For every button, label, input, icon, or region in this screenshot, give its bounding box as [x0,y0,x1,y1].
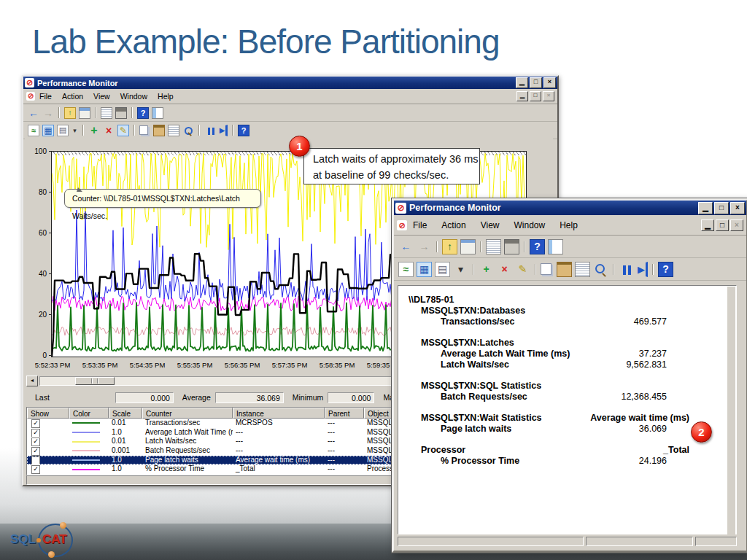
back-icon[interactable]: ← [398,239,414,254]
report-counter-row: % Processor Time24.196 [409,456,736,467]
paste-icon[interactable] [557,262,572,277]
menu-help[interactable]: Help [158,92,174,101]
show-checkbox[interactable]: ✓ [27,456,69,465]
console-icon[interactable] [460,239,476,254]
add-icon[interactable]: + [88,125,100,136]
caret-icon[interactable]: ▾ [71,125,78,136]
zoom-icon[interactable] [593,262,608,277]
forward-icon[interactable]: → [42,107,54,119]
minimize-button[interactable]: ▁ [516,77,528,88]
edit-icon[interactable]: ✎ [117,125,129,136]
chart-view-icon[interactable]: ≈ [28,125,39,136]
report-instance-header: Average wait time (ms) [590,413,689,423]
help-icon[interactable]: ? [238,125,249,136]
mdi-minimize-button[interactable]: ▁ [516,91,528,101]
forward-icon[interactable]: → [417,239,432,254]
maximize-button[interactable]: □ [714,202,729,214]
col-color[interactable]: Color [69,408,109,419]
mdi-restore-button[interactable]: □ [716,219,729,231]
report-counter-row: Page latch waits36.069 [409,424,736,435]
col-scale[interactable]: Scale [109,408,142,419]
instance-cell: MCRSPOS [233,419,325,428]
window1-title: Performance Monitor [37,79,118,88]
properties-icon[interactable] [486,239,501,254]
mdi-close-button[interactable]: × [730,219,743,231]
color-swatch [69,456,109,465]
copy-icon[interactable] [541,263,551,275]
toolbar-separator [613,264,614,275]
add-icon[interactable]: + [479,262,494,277]
show-checkbox[interactable]: ✓ [27,464,69,474]
back-icon[interactable]: ← [28,107,39,119]
delete-icon[interactable]: × [497,262,512,277]
menu-file[interactable]: File [413,220,427,230]
cube-view-icon[interactable]: ▦ [417,262,432,277]
console-icon[interactable] [79,107,90,119]
step-icon[interactable]: ▶ [637,262,648,277]
slide: Lab Example: Before Partitioning ⊘ Perfo… [0,0,747,560]
menu-file[interactable]: File [39,92,52,101]
cube-view-icon[interactable]: ▦ [42,125,54,136]
report-icon[interactable] [168,125,179,136]
maximize-button[interactable]: □ [530,77,542,88]
x-axis-tick-label: 5:58:35 PM [311,361,363,369]
show-checkbox[interactable]: ✓ [27,419,69,428]
show-checkbox[interactable]: ✓ [27,428,69,438]
menu-action[interactable]: Action [441,220,465,230]
mdi-restore-button[interactable]: □ [530,91,541,101]
zoom-icon[interactable] [182,125,194,136]
close-button[interactable]: × [730,202,745,214]
col-parent[interactable]: Parent [325,408,364,419]
menu-help[interactable]: Help [560,220,578,230]
y-axis-tick-label: 80 [28,188,47,196]
pause-icon[interactable] [204,125,216,136]
callout-line2: at baseline of 99 checks/sec. [313,167,479,183]
menu-window[interactable]: Window [120,92,147,101]
toolbar-separator [652,264,654,275]
delete-icon[interactable]: × [103,125,115,136]
export-icon[interactable]: ↑ [64,107,76,119]
image-view-icon[interactable]: ▤ [57,125,69,136]
chart-view-icon[interactable]: ≈ [398,262,414,277]
window1-titlebar[interactable]: ⊘ Performance Monitor ▁ □ × [23,77,557,89]
menu-view[interactable]: View [481,220,500,230]
close-button[interactable]: × [543,77,556,88]
export-icon[interactable]: ↑ [442,239,457,254]
perfmon-app-icon: ⊘ [25,78,34,88]
show-tree-icon[interactable] [548,239,563,254]
copy-icon[interactable] [139,125,148,135]
pause-icon[interactable] [619,262,634,277]
step-icon[interactable]: ▶ [219,125,228,136]
report-icon[interactable] [575,262,590,277]
show-checkbox[interactable]: ✓ [27,437,69,446]
menu-window[interactable]: Window [514,220,546,230]
col-instance[interactable]: Instance [233,408,325,419]
report-counter-value: 24.196 [639,456,667,466]
slider-left-arrow[interactable]: ◂ [26,376,38,386]
print-icon[interactable] [504,239,519,254]
window2-titlebar[interactable]: ⊘ Performance Monitor ▁ □ × [394,201,746,215]
mdi-close-button[interactable]: × [543,91,554,101]
help-icon[interactable]: ? [658,262,673,277]
report-view[interactable]: \\DL785-01 MSSQL$TXN:DatabasesTransactio… [398,285,737,534]
col-show[interactable]: Show [27,408,69,419]
minimize-button[interactable]: ▁ [698,202,713,214]
image-view-icon[interactable]: ▤ [435,262,450,277]
menu-action[interactable]: Action [62,92,83,101]
logo-cat-text: CAT [42,532,67,547]
print-icon[interactable] [115,107,127,119]
window2-statusbar [398,537,737,546]
mdi-minimize-button[interactable]: ▁ [701,219,714,231]
menu-view[interactable]: View [93,92,110,101]
show-checkbox[interactable]: ✓ [27,446,69,456]
paste-icon[interactable] [153,125,165,136]
show-tree-icon[interactable] [152,107,163,119]
help-icon[interactable]: ? [137,107,149,119]
slider-thumb[interactable] [75,377,115,385]
report-scrollbar[interactable] [727,287,735,534]
col-counter[interactable]: Counter [142,408,233,419]
edit-icon[interactable]: ✎ [515,262,530,277]
properties-icon[interactable] [101,107,112,119]
caret-icon[interactable]: ▾ [453,262,468,277]
help-icon[interactable]: ? [530,239,545,254]
